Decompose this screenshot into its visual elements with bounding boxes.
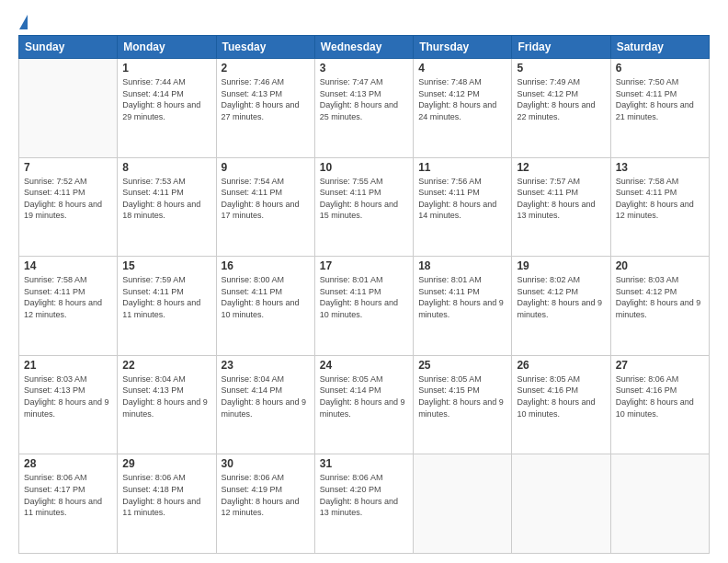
day-number: 24 [320,359,408,372]
calendar-day-cell: 29Sunrise: 8:06 AMSunset: 4:18 PMDayligh… [118,454,216,554]
calendar-day-cell [512,454,610,554]
day-number: 6 [616,62,704,75]
calendar-day-cell: 1Sunrise: 7:44 AMSunset: 4:14 PMDaylight… [118,59,216,158]
calendar-day-cell: 6Sunrise: 7:50 AMSunset: 4:11 PMDaylight… [610,59,709,158]
day-info: Sunrise: 7:56 AMSunset: 4:11 PMDaylight:… [418,176,506,222]
day-info: Sunrise: 7:58 AMSunset: 4:11 PMDaylight:… [24,274,112,320]
calendar-week-row: 14Sunrise: 7:58 AMSunset: 4:11 PMDayligh… [19,257,710,356]
day-info: Sunrise: 8:06 AMSunset: 4:19 PMDaylight:… [222,472,310,518]
day-number: 18 [418,259,506,272]
calendar-day-header: Thursday [414,36,512,59]
calendar-week-row: 28Sunrise: 8:06 AMSunset: 4:17 PMDayligh… [19,454,710,554]
calendar-day-cell: 25Sunrise: 8:05 AMSunset: 4:15 PMDayligh… [414,355,512,454]
calendar-day-cell: 9Sunrise: 7:54 AMSunset: 4:11 PMDaylight… [216,157,314,257]
day-info: Sunrise: 8:05 AMSunset: 4:14 PMDaylight:… [320,373,408,419]
calendar-day-cell [19,59,118,158]
day-number: 26 [517,359,605,372]
day-number: 16 [222,259,310,272]
day-number: 30 [222,457,310,470]
day-info: Sunrise: 7:58 AMSunset: 4:11 PMDaylight:… [616,176,704,222]
day-info: Sunrise: 7:53 AMSunset: 4:11 PMDaylight:… [122,176,210,222]
day-info: Sunrise: 8:05 AMSunset: 4:15 PMDaylight:… [418,373,506,419]
day-number: 4 [418,62,506,75]
day-info: Sunrise: 7:47 AMSunset: 4:13 PMDaylight:… [320,76,408,122]
day-info: Sunrise: 8:02 AMSunset: 4:12 PMDaylight:… [517,274,605,320]
day-info: Sunrise: 7:59 AMSunset: 4:11 PMDaylight:… [122,274,210,320]
day-info: Sunrise: 7:46 AMSunset: 4:13 PMDaylight:… [222,76,310,122]
day-info: Sunrise: 8:05 AMSunset: 4:16 PMDaylight:… [517,373,605,419]
header [18,15,710,28]
day-number: 25 [418,359,506,372]
calendar-day-cell: 28Sunrise: 8:06 AMSunset: 4:17 PMDayligh… [19,454,118,554]
day-number: 12 [517,161,605,174]
calendar-header-row: SundayMondayTuesdayWednesdayThursdayFrid… [19,36,710,59]
day-number: 11 [418,161,506,174]
day-number: 7 [24,161,112,174]
calendar-day-cell: 22Sunrise: 8:04 AMSunset: 4:13 PMDayligh… [118,355,216,454]
day-number: 29 [122,457,210,470]
day-info: Sunrise: 7:44 AMSunset: 4:14 PMDaylight:… [122,76,210,122]
calendar-week-row: 1Sunrise: 7:44 AMSunset: 4:14 PMDaylight… [19,59,710,158]
day-number: 14 [24,259,112,272]
day-number: 21 [24,359,112,372]
day-number: 31 [320,457,408,470]
calendar-day-cell: 13Sunrise: 7:58 AMSunset: 4:11 PMDayligh… [610,157,709,257]
day-info: Sunrise: 8:03 AMSunset: 4:12 PMDaylight:… [616,274,704,320]
day-number: 10 [320,161,408,174]
logo-triangle-icon [19,15,28,29]
day-number: 9 [222,161,310,174]
day-info: Sunrise: 8:01 AMSunset: 4:11 PMDaylight:… [418,274,506,320]
calendar-day-cell: 2Sunrise: 7:46 AMSunset: 4:13 PMDaylight… [216,59,314,158]
day-info: Sunrise: 7:54 AMSunset: 4:11 PMDaylight:… [222,176,310,222]
day-info: Sunrise: 7:55 AMSunset: 4:11 PMDaylight:… [320,176,408,222]
day-info: Sunrise: 8:03 AMSunset: 4:13 PMDaylight:… [24,373,112,419]
calendar-day-cell: 5Sunrise: 7:49 AMSunset: 4:12 PMDaylight… [512,59,610,158]
day-number: 1 [122,62,210,75]
calendar-day-cell: 19Sunrise: 8:02 AMSunset: 4:12 PMDayligh… [512,257,610,356]
day-info: Sunrise: 8:01 AMSunset: 4:11 PMDaylight:… [320,274,408,320]
day-number: 23 [222,359,310,372]
page: SundayMondayTuesdayWednesdayThursdayFrid… [0,0,728,563]
day-info: Sunrise: 8:04 AMSunset: 4:14 PMDaylight:… [222,373,310,419]
calendar-week-row: 7Sunrise: 7:52 AMSunset: 4:11 PMDaylight… [19,157,710,257]
day-info: Sunrise: 7:49 AMSunset: 4:12 PMDaylight:… [517,76,605,122]
calendar-day-cell: 3Sunrise: 7:47 AMSunset: 4:13 PMDaylight… [314,59,413,158]
day-number: 20 [616,259,704,272]
calendar-day-cell [610,454,709,554]
calendar-day-cell: 31Sunrise: 8:06 AMSunset: 4:20 PMDayligh… [314,454,413,554]
day-info: Sunrise: 8:06 AMSunset: 4:16 PMDaylight:… [616,373,704,419]
day-number: 2 [222,62,310,75]
day-number: 19 [517,259,605,272]
calendar-day-cell: 20Sunrise: 8:03 AMSunset: 4:12 PMDayligh… [610,257,709,356]
calendar-day-cell: 10Sunrise: 7:55 AMSunset: 4:11 PMDayligh… [314,157,413,257]
day-info: Sunrise: 8:00 AMSunset: 4:11 PMDaylight:… [222,274,310,320]
day-info: Sunrise: 7:52 AMSunset: 4:11 PMDaylight:… [24,176,112,222]
day-info: Sunrise: 7:48 AMSunset: 4:12 PMDaylight:… [418,76,506,122]
calendar-day-header: Monday [118,36,216,59]
calendar-day-cell: 15Sunrise: 7:59 AMSunset: 4:11 PMDayligh… [118,257,216,356]
calendar-day-cell: 7Sunrise: 7:52 AMSunset: 4:11 PMDaylight… [19,157,118,257]
calendar-day-cell: 24Sunrise: 8:05 AMSunset: 4:14 PMDayligh… [314,355,413,454]
calendar-day-cell: 8Sunrise: 7:53 AMSunset: 4:11 PMDaylight… [118,157,216,257]
calendar-day-cell: 12Sunrise: 7:57 AMSunset: 4:11 PMDayligh… [512,157,610,257]
day-number: 28 [24,457,112,470]
day-info: Sunrise: 8:06 AMSunset: 4:18 PMDaylight:… [122,472,210,518]
day-number: 17 [320,259,408,272]
day-info: Sunrise: 7:50 AMSunset: 4:11 PMDaylight:… [616,76,704,122]
day-info: Sunrise: 8:04 AMSunset: 4:13 PMDaylight:… [122,373,210,419]
day-info: Sunrise: 7:57 AMSunset: 4:11 PMDaylight:… [517,176,605,222]
calendar-day-header: Friday [512,36,610,59]
calendar-day-cell: 17Sunrise: 8:01 AMSunset: 4:11 PMDayligh… [314,257,413,356]
calendar-day-header: Saturday [610,36,709,59]
calendar-day-header: Tuesday [216,36,314,59]
calendar-day-cell: 16Sunrise: 8:00 AMSunset: 4:11 PMDayligh… [216,257,314,356]
calendar-day-cell: 21Sunrise: 8:03 AMSunset: 4:13 PMDayligh… [19,355,118,454]
day-number: 13 [616,161,704,174]
calendar-day-cell: 27Sunrise: 8:06 AMSunset: 4:16 PMDayligh… [610,355,709,454]
calendar-day-cell: 4Sunrise: 7:48 AMSunset: 4:12 PMDaylight… [414,59,512,158]
calendar-day-cell: 18Sunrise: 8:01 AMSunset: 4:11 PMDayligh… [414,257,512,356]
calendar-day-cell: 30Sunrise: 8:06 AMSunset: 4:19 PMDayligh… [216,454,314,554]
calendar-day-cell [414,454,512,554]
day-number: 5 [517,62,605,75]
day-number: 3 [320,62,408,75]
